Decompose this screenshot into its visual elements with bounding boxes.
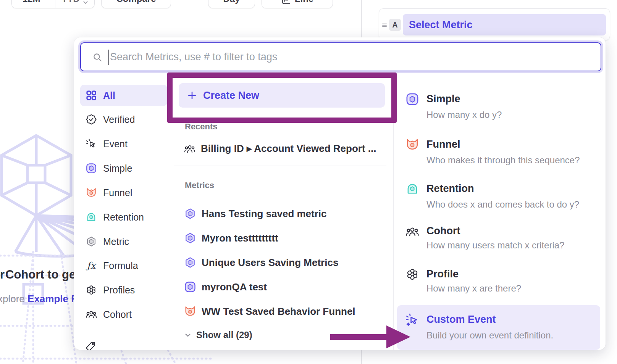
metric-list-item[interactable]: WW Test Saved Behavior Funnel	[184, 304, 355, 318]
date-range-control[interactable]: 12M YTD	[11, 0, 95, 8]
sidebar-item-funnel[interactable]: Funnel	[80, 182, 167, 203]
metric-list-item[interactable]: myronQA test	[184, 280, 267, 294]
sidebar-item-cohort[interactable]: Cohort	[80, 304, 167, 325]
sidebar-item-all[interactable]: All	[80, 85, 167, 106]
metric-list-item[interactable]: Myron testtttttttt	[184, 231, 278, 245]
date-range-ytd-button[interactable]: YTD	[55, 0, 95, 8]
type-title: Cohort	[426, 225, 460, 237]
sidebar-divider	[80, 333, 166, 333]
sidebar-label: Simple	[103, 163, 132, 174]
show-all-label: Show all (29)	[196, 330, 252, 340]
annotation-arrow	[328, 322, 412, 351]
retention-icon	[405, 182, 419, 196]
cohort-people-icon	[86, 309, 97, 320]
sidebar-label: Formula	[103, 260, 138, 271]
type-desc: How many x are there?	[426, 283, 521, 294]
drag-handle-icon[interactable]	[381, 23, 388, 28]
line-chart-icon	[281, 0, 291, 5]
simple-metric-icon	[405, 92, 419, 106]
custom-event-highlight	[397, 305, 600, 350]
screen: { "toolbar": { "range_12m": "12M", "rang…	[0, 0, 617, 364]
tag-icon[interactable]	[86, 341, 96, 350]
sidebar-item-metric[interactable]: Metric	[80, 231, 167, 252]
sidebar-label: Cohort	[103, 309, 132, 320]
type-desc: Build your own event definition.	[426, 330, 553, 341]
profiles-flower-icon	[405, 267, 419, 281]
sidebar-item-retention[interactable]: Retention	[80, 206, 167, 228]
type-title: Funnel	[426, 139, 460, 150]
type-title: Custom Event	[426, 314, 496, 325]
cohort-people-icon	[405, 226, 419, 240]
date-range-ytd-label: YTD	[61, 0, 80, 4]
sidebar-label: Metric	[103, 236, 129, 247]
type-title: Simple	[426, 93, 460, 105]
type-desc: How many users match x criteria?	[426, 240, 564, 251]
metric-hexagon-icon	[86, 236, 97, 247]
recent-item-label: Billing ID ▸ Account Viewed Report ...	[201, 143, 376, 155]
sidebar-item-formula[interactable]: ƒx Formula	[80, 255, 167, 276]
date-range-12m-label: 12M	[23, 0, 40, 4]
simple-metric-icon	[184, 281, 196, 293]
chevron-down-icon	[185, 333, 191, 337]
metric-name: Hans Testing saved metric	[202, 208, 327, 220]
metric-name: Myron testtttttttt	[202, 232, 278, 244]
metric-name: Unique Users Saving Metrics	[202, 257, 338, 269]
sidebar-label: Funnel	[103, 187, 132, 198]
funnel-icon	[405, 138, 419, 151]
metric-list-item[interactable]: Hans Testing saved metric	[184, 207, 327, 221]
sidebar-label: All	[103, 90, 115, 101]
grid-icon	[86, 90, 97, 101]
event-cursor-icon	[86, 138, 97, 150]
sidebar-item-simple[interactable]: Simple	[80, 158, 167, 179]
formula-fx-icon: ƒx	[86, 260, 97, 271]
profiles-flower-icon	[86, 284, 97, 296]
type-title: Profile	[426, 268, 459, 280]
type-desc: Who does x and comes back to do y?	[426, 199, 579, 210]
type-title: Retention	[426, 183, 474, 195]
sidebar-item-profiles[interactable]: Profiles	[80, 279, 167, 301]
recent-item[interactable]: Billing ID ▸ Account Viewed Report ...	[184, 143, 376, 155]
sidebar-item-event[interactable]: Event	[80, 133, 167, 155]
select-metric-label: Select Metric	[409, 19, 473, 31]
sidebar-label: Retention	[103, 212, 144, 223]
granularity-day-button[interactable]: Day	[208, 0, 255, 8]
sidebar-item-verified[interactable]: Verified	[80, 109, 167, 130]
cohort-people-icon	[184, 144, 195, 154]
query-builder-card: A Select Metric	[379, 8, 610, 40]
verified-badge-icon	[86, 114, 97, 125]
search-field[interactable]	[80, 42, 601, 71]
compare-button[interactable]: Compare	[101, 0, 171, 8]
chart-type-line-button[interactable]: Line	[262, 0, 333, 8]
sidebar-label: Event	[103, 139, 128, 150]
funnel-icon	[86, 187, 97, 198]
metric-name: WW Test Saved Behavior Funnel	[202, 306, 355, 317]
simple-metric-icon	[86, 163, 97, 174]
compare-label: Compare	[116, 0, 156, 4]
search-icon	[92, 52, 102, 62]
show-all-toggle[interactable]: Show all (29)	[185, 330, 252, 340]
background-link-line: xplore Example R	[0, 293, 78, 305]
background-heading: Cohort to ge	[5, 268, 76, 282]
granularity-label: Day	[223, 0, 240, 4]
saved-metric-icon	[184, 232, 196, 244]
type-desc: Who makes it through this sequence?	[426, 155, 580, 166]
recents-section-label: Recents	[185, 122, 218, 132]
example-report-link[interactable]: Example R	[27, 293, 78, 304]
background-link-prefix: xplore	[0, 293, 25, 304]
saved-metric-icon	[184, 256, 196, 269]
metric-row-letter-badge: A	[389, 19, 401, 31]
metric-list-item[interactable]: Unique Users Saving Metrics	[184, 256, 338, 269]
date-range-12m-button[interactable]: 12M	[12, 0, 51, 8]
metric-name: myronQA test	[202, 281, 267, 293]
chart-type-label: Line	[295, 0, 313, 4]
select-metric-button[interactable]: Select Metric	[403, 14, 606, 35]
chevron-down-icon	[83, 1, 88, 4]
saved-metric-icon	[184, 208, 196, 220]
sidebar-label: Verified	[103, 114, 135, 125]
sidebar-label: Profiles	[103, 285, 135, 296]
text-caret	[108, 50, 109, 65]
search-input[interactable]	[110, 44, 595, 70]
metrics-section-label: Metrics	[185, 180, 214, 190]
type-desc: How many x do y?	[426, 110, 502, 120]
funnel-icon	[184, 305, 196, 317]
